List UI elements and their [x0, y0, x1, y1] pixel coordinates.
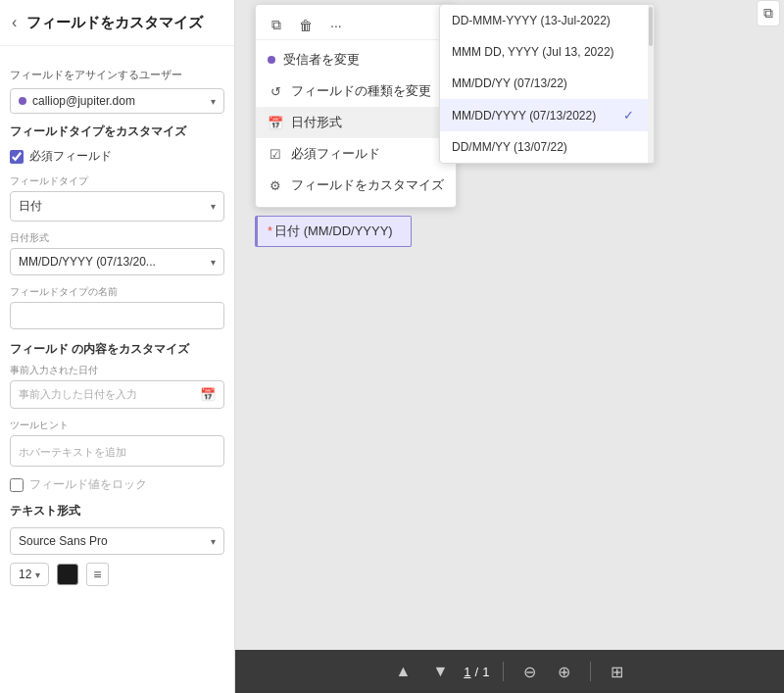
date-format-option[interactable]: MM/DD/YYYY (07/13/2022)✓: [440, 99, 654, 131]
font-size-value: 12: [19, 568, 31, 581]
font-controls-row: 12 ▾ ≡: [10, 563, 224, 586]
field-type-label: フィールドタイプ: [10, 174, 224, 188]
panel-header: ‹ フィールドをカスタマイズ: [0, 0, 234, 46]
text-format-title: テキスト形式: [10, 503, 224, 520]
field-type-name-label: フィールドタイプの名前: [10, 285, 224, 299]
right-panel: ⧉ ⧉ 🗑 ··· 受信者を変更 › ↺ フィールドの種類を変更 › 📅 日付形…: [235, 0, 784, 693]
required-field-menu-label: 必須フィールド: [291, 145, 380, 163]
field-type-chevron-icon: ▾: [211, 201, 216, 212]
lock-field-label: フィールド値をロック: [29, 476, 147, 493]
change-field-type-item[interactable]: ↺ フィールドの種類を変更 ›: [256, 75, 456, 107]
prepopulated-date-label: 事前入力された日付: [10, 364, 224, 377]
copy-icon-area: ⧉: [757, 0, 780, 26]
tooltip-group: ツールヒント ホバーテキストを追加: [10, 419, 224, 467]
date-format-option-label: MM/DD/YYYY (07/13/2022): [452, 109, 596, 123]
prepopulated-date-input[interactable]: 事前入力した日付を入力 📅: [10, 380, 224, 409]
toolbar-separator-2: [590, 662, 591, 681]
date-format-scrollbar-thumb: [649, 7, 653, 46]
field-type-select[interactable]: 日付 ▾: [10, 191, 224, 222]
assign-user-label: フィールドをアサインするユーザー: [10, 68, 224, 82]
tooltip-input[interactable]: ホバーテキストを追加: [10, 435, 224, 467]
date-format-item[interactable]: 📅 日付形式 ›: [256, 107, 456, 138]
align-button[interactable]: ≡: [86, 563, 108, 586]
doc-area: ⧉ ⧉ 🗑 ··· 受信者を変更 › ↺ フィールドの種類を変更 › 📅 日付形…: [235, 0, 784, 650]
change-field-type-icon: ↺: [268, 84, 283, 99]
change-field-type-label: フィールドの種類を変更: [291, 82, 431, 100]
page-number: 1: [464, 665, 470, 679]
date-format-option-label: MM/DD/YY (07/13/22): [452, 76, 567, 90]
next-page-button[interactable]: ▼: [426, 659, 454, 684]
lock-field-checkbox[interactable]: [10, 478, 24, 492]
date-format-label: 日付形式: [291, 114, 342, 131]
left-panel: ‹ フィールドをカスタマイズ フィールドをアサインするユーザー calliop@…: [0, 0, 235, 693]
date-format-value: MM/DD/YYYY (07/13/20...: [19, 255, 156, 269]
customize-content-label: フィールド の内容をカスタマイズ: [10, 341, 224, 358]
more-options-button[interactable]: ···: [326, 16, 346, 35]
field-type-name-group: フィールドタイプの名前 日付フィールド１: [10, 285, 224, 329]
back-button[interactable]: ‹: [10, 12, 19, 33]
chevron-down-icon: ▾: [211, 96, 216, 107]
lock-field-row[interactable]: フィールド値をロック: [10, 476, 224, 493]
copy-button[interactable]: ⧉: [757, 0, 780, 26]
customize-field-icon: ⚙: [268, 178, 283, 193]
user-email: calliop@jupiter.dom: [32, 94, 205, 108]
date-format-option-label: MMM DD, YYYY (Jul 13, 2022): [452, 45, 614, 59]
customize-field-type-label: フィールドタイプをカスタマイズ: [10, 124, 224, 140]
date-format-submenu: DD-MMM-YYYY (13-Jul-2022)MMM DD, YYYY (J…: [439, 4, 655, 164]
page-separator: /: [475, 665, 479, 679]
copy-doc-button[interactable]: ⧉: [268, 15, 285, 35]
user-select[interactable]: calliop@jupiter.dom ▾: [10, 88, 224, 114]
required-field-row[interactable]: 必須フィールド: [10, 148, 224, 165]
panel-title: フィールドをカスタマイズ: [26, 14, 203, 32]
date-format-scrollbar: [648, 5, 654, 163]
prepopulated-date-group: 事前入力された日付 事前入力した日付を入力 📅: [10, 364, 224, 409]
change-recipient-label: 受信者を変更: [283, 51, 360, 69]
tooltip-label: ツールヒント: [10, 419, 224, 432]
customize-field-item[interactable]: ⚙ フィールドをカスタマイズ: [256, 170, 456, 201]
field-type-group: フィールドタイプ 日付 ▾: [10, 174, 224, 222]
page-total: 1: [482, 665, 489, 679]
doc-field-label: 日付 (MM/DD/YYYY): [274, 223, 393, 238]
date-format-select[interactable]: MM/DD/YYYY (07/13/20... ▾: [10, 248, 224, 275]
date-format-option-label: DD-MMM-YYYY (13-Jul-2022): [452, 14, 611, 27]
zoom-out-button[interactable]: ⊖: [517, 659, 542, 685]
date-format-label: 日付形式: [10, 231, 224, 245]
required-field-check-icon: ☑: [268, 147, 283, 162]
doc-field[interactable]: *日付 (MM/DD/YYYY): [255, 216, 412, 247]
context-toolbar: ⧉ 🗑 ··· 受信者を変更 › ↺ フィールドの種類を変更 › 📅 日付形式 …: [255, 4, 457, 208]
customize-field-label: フィールドをカスタマイズ: [291, 176, 444, 194]
required-field-menu-item[interactable]: ☑ 必須フィールド: [256, 138, 456, 170]
required-field-label: 必須フィールド: [29, 148, 112, 165]
field-type-name-input[interactable]: 日付フィールド１: [10, 302, 224, 329]
page-indicator: 1 / 1: [464, 665, 489, 679]
date-format-option[interactable]: DD-MMM-YYYY (13-Jul-2022): [440, 5, 654, 36]
date-format-chevron-icon: ▾: [211, 257, 216, 268]
panel-content: フィールドをアサインするユーザー calliop@jupiter.dom ▾ フ…: [0, 46, 234, 693]
recipient-dot-icon: [268, 56, 275, 64]
date-format-option[interactable]: MM/DD/YY (07/13/22): [440, 68, 654, 99]
field-type-value: 日付: [19, 198, 42, 215]
font-select[interactable]: Source Sans Pro ▾: [10, 527, 224, 555]
color-swatch[interactable]: [57, 564, 78, 585]
date-format-group: 日付形式 MM/DD/YYYY (07/13/20... ▾: [10, 231, 224, 275]
check-icon: ✓: [623, 108, 634, 123]
toolbar-separator: [503, 662, 504, 681]
font-chevron-icon: ▾: [211, 536, 216, 547]
font-size-chevron-icon: ▾: [35, 569, 40, 580]
font-size-select[interactable]: 12 ▾: [10, 563, 49, 586]
date-format-items-container: DD-MMM-YYYY (13-Jul-2022)MMM DD, YYYY (J…: [440, 5, 654, 163]
user-dot: [19, 97, 26, 105]
date-format-option-label: DD/MM/YY (13/07/22): [452, 140, 567, 154]
date-format-option[interactable]: MMM DD, YYYY (Jul 13, 2022): [440, 36, 654, 68]
prev-page-button[interactable]: ▲: [390, 659, 417, 684]
date-format-icon: 📅: [268, 116, 283, 130]
required-field-checkbox[interactable]: [10, 150, 24, 164]
delete-button[interactable]: 🗑: [295, 16, 317, 35]
zoom-in-button[interactable]: ⊕: [552, 659, 576, 685]
font-value: Source Sans Pro: [19, 534, 108, 548]
required-asterisk: *: [268, 223, 272, 238]
date-format-option[interactable]: DD/MM/YY (13/07/22): [440, 131, 654, 163]
change-recipient-item[interactable]: 受信者を変更 ›: [256, 44, 456, 75]
fit-page-button[interactable]: ⊞: [605, 659, 629, 685]
prepopulated-date-placeholder: 事前入力した日付を入力: [19, 387, 137, 402]
